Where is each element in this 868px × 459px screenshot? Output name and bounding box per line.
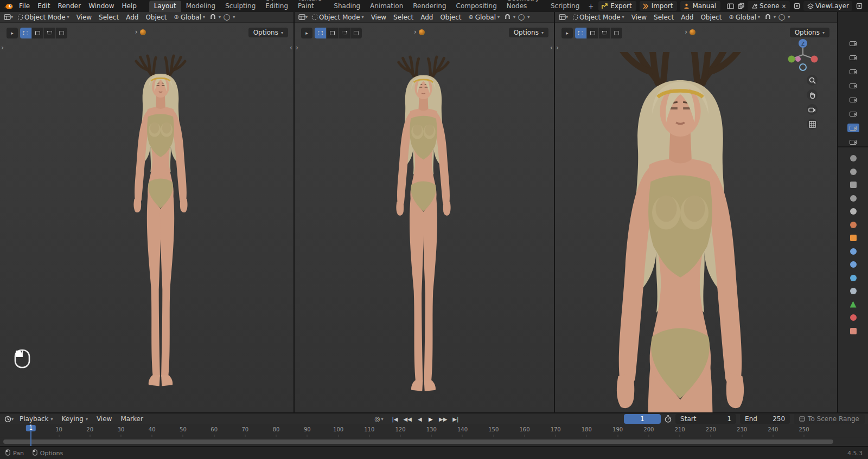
properties-tab-texture-icon[interactable] <box>850 328 857 334</box>
timeline-ruler[interactable]: 1020304050607080901001101201301401501601… <box>0 424 868 437</box>
snap-magnet-icon[interactable] <box>209 14 217 21</box>
viewport-menu-object[interactable]: Object <box>697 13 725 22</box>
character-model-closeup[interactable] <box>575 52 786 412</box>
workspace-tab-animation[interactable]: Animation <box>365 1 408 12</box>
viewport-2-canvas[interactable]: ▸ › Options▾ › ‹ <box>295 23 554 412</box>
properties-tab-world-icon[interactable] <box>850 222 857 228</box>
timeline-menu-view[interactable]: View <box>93 415 116 423</box>
viewport-menu-add[interactable]: Add <box>123 13 142 22</box>
select-circle-tool-button[interactable] <box>327 28 338 38</box>
workspace-tab-modeling[interactable]: Modeling <box>181 1 221 12</box>
menu-edit[interactable]: Edit <box>34 1 54 11</box>
camera-icon[interactable] <box>847 124 859 132</box>
proportional-editing-icon[interactable]: ◯ <box>222 13 231 21</box>
editor-type-button[interactable]: ▾ <box>3 14 14 21</box>
proportional-dropdown[interactable]: ▾ <box>787 14 791 20</box>
menu-window[interactable]: Window <box>85 1 118 11</box>
select-more-tool-button[interactable] <box>611 28 622 38</box>
viewport-3-canvas[interactable]: ▸ › Options▾ › Z <box>555 23 837 412</box>
new-scene-icon[interactable] <box>793 3 800 9</box>
workspace-tab-rendering[interactable]: Rendering <box>408 1 451 12</box>
workspace-tab-layout[interactable]: Layout <box>149 1 181 12</box>
zoom-icon[interactable] <box>807 75 818 86</box>
properties-tab-output-icon[interactable] <box>850 182 857 188</box>
properties-tab-physics-icon[interactable] <box>850 275 857 281</box>
jump-to-end-button[interactable]: ▶| <box>450 416 461 423</box>
current-frame-field[interactable]: 1 <box>624 414 661 424</box>
sidebar-expand-arrow[interactable]: ‹ <box>290 43 292 51</box>
select-lasso-tool-button[interactable] <box>44 28 55 38</box>
workspace-tab-sculpting[interactable]: Sculpting <box>220 1 260 12</box>
cursor-tool-button[interactable]: ▸ <box>301 28 312 38</box>
workspace-tab-geometry-nodes[interactable]: Geometry Nodes <box>502 0 546 12</box>
viewport-menu-view[interactable]: View <box>628 13 650 22</box>
jump-to-next-keyframe-button[interactable]: ▶▶ <box>437 416 449 423</box>
workspace-tab-uv-editing[interactable]: UV Editing <box>260 0 293 12</box>
properties-tab-tool-icon[interactable] <box>850 155 857 161</box>
viewport-menu-add[interactable]: Add <box>678 13 697 22</box>
viewport-1-canvas[interactable]: ▸ › Options▾ › ‹ <box>0 23 293 412</box>
viewport-menu-select[interactable]: Select <box>95 13 122 22</box>
options-button[interactable]: Options▾ <box>790 28 829 37</box>
properties-tab-render-icon[interactable] <box>850 169 857 175</box>
redo-panel-collapsed[interactable]: › <box>414 28 425 36</box>
select-box-tool-button[interactable] <box>315 28 326 38</box>
character-model[interactable] <box>363 51 484 412</box>
cursor-tool-button[interactable]: ▸ <box>561 28 573 38</box>
snap-magnet-icon[interactable] <box>764 14 772 21</box>
timeline-editor-type-button[interactable]: ▾ <box>3 415 15 423</box>
snap-dropdown[interactable]: ▾ <box>512 14 516 20</box>
workspace-tab-shading[interactable]: Shading <box>329 1 365 12</box>
mode-select-dropdown[interactable]: Object Mode▾ <box>15 13 73 22</box>
properties-tab-modifiers-icon[interactable] <box>850 248 857 255</box>
select-more-tool-button[interactable] <box>350 28 362 38</box>
camera-icon[interactable] <box>847 138 859 146</box>
cursor-tool-button[interactable]: ▸ <box>7 28 18 38</box>
toolbar-expand-arrow[interactable]: › <box>296 43 298 51</box>
horizontal-scrollbar[interactable] <box>3 439 833 444</box>
properties-tab-view-layer-icon[interactable] <box>850 195 857 202</box>
frame-end-field[interactable]: End250 <box>740 414 790 424</box>
viewport-menu-select[interactable]: Select <box>390 13 417 22</box>
jump-to-start-button[interactable]: |◀ <box>390 416 400 423</box>
viewport-menu-select[interactable]: Select <box>650 13 677 22</box>
camera-icon[interactable] <box>847 53 859 62</box>
redo-panel-collapsed[interactable]: › <box>685 28 695 36</box>
properties-tab-scene-icon[interactable] <box>850 208 857 215</box>
editor-layout-icon[interactable] <box>727 3 734 9</box>
manual-button[interactable]: Manual <box>680 1 720 11</box>
select-more-tool-button[interactable] <box>56 28 67 38</box>
proportional-editing-icon[interactable]: ◯ <box>777 13 786 21</box>
unlink-icon[interactable]: × <box>781 3 787 9</box>
timeline-body[interactable]: 1020304050607080901001101201301401501601… <box>0 424 868 446</box>
menu-file[interactable]: File <box>15 1 34 11</box>
new-viewlayer-icon[interactable] <box>856 3 863 9</box>
snap-magnet-icon[interactable] <box>503 14 512 21</box>
select-circle-tool-button[interactable] <box>587 28 598 38</box>
properties-tab-object-data-icon[interactable] <box>850 301 857 308</box>
blender-logo-icon[interactable] <box>3 2 13 10</box>
frame-start-field[interactable]: Start1 <box>675 414 736 424</box>
timeline-menu-marker[interactable]: Marker <box>117 415 146 423</box>
workspace-tab-texture-paint[interactable]: Texture Paint <box>293 0 329 12</box>
editor-type-button[interactable]: ▾ <box>558 14 569 21</box>
proportional-dropdown[interactable]: ▾ <box>526 14 531 20</box>
select-box-tool-button[interactable] <box>20 28 31 38</box>
timeline-menu-playback[interactable]: Playback ▾ <box>16 415 57 423</box>
viewlayer-selector[interactable]: ViewLayer <box>803 1 852 11</box>
jump-to-prev-keyframe-button[interactable]: ◀◀ <box>401 416 414 423</box>
viewport-menu-view[interactable]: View <box>73 13 95 22</box>
menu-help[interactable]: Help <box>118 1 140 11</box>
select-box-tool-button[interactable] <box>575 28 586 38</box>
snap-dropdown[interactable]: ▾ <box>773 14 777 20</box>
character-model[interactable] <box>101 50 220 408</box>
add-workspace-button[interactable]: + <box>584 1 597 12</box>
mode-select-dropdown[interactable]: Object Mode▾ <box>570 13 628 22</box>
proportional-editing-icon[interactable]: ◯ <box>517 13 526 21</box>
select-lasso-tool-button[interactable] <box>599 28 610 38</box>
camera-icon[interactable] <box>847 39 859 48</box>
camera-icon[interactable] <box>847 109 859 118</box>
properties-tab-constraints-icon[interactable] <box>850 288 857 294</box>
viewport-menu-object[interactable]: Object <box>142 13 170 22</box>
export-button[interactable]: Export <box>598 1 636 11</box>
